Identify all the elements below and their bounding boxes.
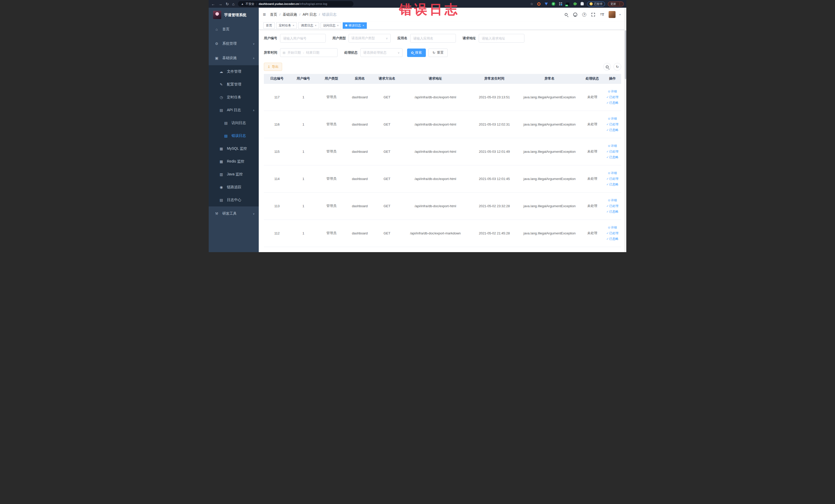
page-scrollbar[interactable] <box>624 8 626 252</box>
github-icon[interactable] <box>573 12 578 17</box>
user-avatar[interactable] <box>609 11 615 18</box>
sidebar-item-error-logs[interactable]: ▤ 错误日志 <box>209 129 259 142</box>
search-button[interactable]: 搜索 <box>407 48 426 57</box>
process-status-select[interactable]: 请选择处理状态 ∨ <box>360 48 403 57</box>
app-logo-row[interactable]: 芋道管理系统 <box>209 8 259 22</box>
address-separator: | <box>256 2 257 5</box>
sidebar-item-log-center[interactable]: ▤ 日志中心 <box>209 194 259 206</box>
tag-scheduled-tasks[interactable]: 定时任务 × <box>276 22 297 29</box>
breadcrumb-infrastructure[interactable]: 基础设施 <box>283 12 297 17</box>
close-icon[interactable]: × <box>315 24 316 27</box>
browser-reload-icon[interactable]: ↻ <box>226 2 229 6</box>
font-size-icon[interactable]: TT <box>599 12 605 17</box>
sidebar-item-java-monitor[interactable]: ▥ Java 监控 <box>209 168 259 181</box>
paused-extension-badge[interactable]: 已暂停 <box>587 2 605 6</box>
cell-app-name: dashboard <box>346 138 373 165</box>
export-button[interactable]: ⇩ 导出 <box>264 63 282 71</box>
close-icon[interactable]: × <box>292 24 294 27</box>
browser-forward-icon[interactable]: → <box>219 2 222 6</box>
refresh-table-button[interactable]: ↻ <box>613 63 621 70</box>
mark-processed-link[interactable]: ✓已处理 <box>605 176 620 182</box>
sidebar-item-api-logs[interactable]: ▤ API 日志 ∧ <box>209 104 259 117</box>
fullscreen-icon[interactable] <box>591 12 596 17</box>
browser-back-icon[interactable]: ← <box>211 2 215 6</box>
mark-ignored-link[interactable]: ✓已忽略 <box>605 209 620 215</box>
mark-processed-link[interactable]: ✓已处理 <box>605 203 620 209</box>
mark-ignored-link[interactable]: ✓已忽略 <box>605 127 620 133</box>
sidebar-item-scheduled-tasks[interactable]: ◷ 定时任务 <box>209 91 259 104</box>
sidebar-item-redis-monitor[interactable]: ▩ Redis 监控 <box>209 155 259 168</box>
search-icon[interactable] <box>564 12 569 17</box>
mark-ignored-link[interactable]: ✓已忽略 <box>605 236 620 242</box>
user-type-select[interactable]: 请选择用户类型 ∨ <box>349 34 391 43</box>
help-icon[interactable]: ? <box>582 12 587 17</box>
tag-home[interactable]: 首页 <box>263 22 274 29</box>
cell-log-id: 115 <box>264 138 290 165</box>
browser-home-icon[interactable]: ⌂ <box>232 2 235 6</box>
mark-processed-link[interactable]: ✓已处理 <box>605 230 620 236</box>
user-id-input[interactable] <box>280 34 326 43</box>
sidebar-item-config-management[interactable]: ✎ 配置管理 <box>209 78 259 91</box>
mark-ignored-link[interactable]: ✓已忽略 <box>605 154 620 160</box>
table-header-row: 日志编号 用户编号 用户类型 应用名 请求方法名 请求地址 异常发生时间 异常名… <box>264 74 621 83</box>
url-host: dashboard.yudao.iocoder.cn <box>259 2 299 5</box>
browser-update-badge[interactable]: 更新 ⋮ <box>608 2 624 6</box>
sidebar-item-label: API 日志 <box>227 108 241 113</box>
request-url-input[interactable] <box>479 34 524 43</box>
toggle-search-button[interactable] <box>603 63 611 70</box>
col-log-id: 日志编号 <box>264 74 290 83</box>
mark-processed-link[interactable]: ✓已处理 <box>605 94 620 100</box>
address-bar[interactable]: ▲ 不安全 | dashboard.yudao.iocoder.cn/infra… <box>238 1 353 7</box>
browser-menu-icon[interactable]: ⋮ <box>618 2 621 6</box>
detail-link[interactable]: ⊙详细 <box>605 116 620 121</box>
mark-processed-link[interactable]: ✓已处理 <box>605 149 620 154</box>
table-row: 112 1 管理员 dashboard GET /api/infra/db-do… <box>264 220 621 247</box>
detail-link[interactable]: ⊙详细 <box>605 170 620 176</box>
reset-button[interactable]: ↻ 重置 <box>428 48 448 57</box>
mark-ignored-link[interactable]: ✓已忽略 <box>605 100 620 105</box>
cell-request-url: /api/infra/db-doc/export-html <box>401 110 470 138</box>
sidebar-item-link-tracing[interactable]: ◉ 链路追踪 <box>209 181 259 194</box>
app-name-input[interactable] <box>410 34 456 43</box>
extension-puzzle-icon[interactable] <box>580 2 584 6</box>
sidebar-item-infrastructure[interactable]: ▣ 基础设施 ∧ <box>209 51 259 65</box>
cell-request-url: /api/infra/db-doc/export-html <box>401 83 470 110</box>
cell-operations: ⊙详细 ✓已处理 ✓已忽略 <box>604 110 621 138</box>
extension-grid-icon[interactable] <box>558 2 563 6</box>
sidebar-fold-icon[interactable]: ≡ <box>263 12 266 18</box>
bookmark-star-icon[interactable]: ☆ <box>530 2 534 6</box>
extension-blue-shield-icon[interactable] <box>544 2 548 6</box>
detail-link[interactable]: ⊙详细 <box>605 225 620 230</box>
extension-sprout-icon[interactable] <box>573 2 577 6</box>
sidebar-item-mysql-monitor[interactable]: ▦ MySQL 监控 <box>209 142 259 155</box>
tag-error-logs[interactable]: 错误日志 × <box>343 22 367 29</box>
close-icon[interactable]: × <box>363 24 364 27</box>
exception-time-range-picker[interactable]: ⊞ 开始日期 - 结束日期 <box>280 48 338 57</box>
tag-label: 定时任务 <box>279 23 291 28</box>
extension-orange-ring-icon[interactable] <box>537 2 541 6</box>
close-icon[interactable]: × <box>337 24 339 27</box>
cell-request-url: /api/infra/db-doc/export-html <box>401 138 470 165</box>
scrollbar-thumb[interactable] <box>625 30 626 79</box>
sidebar-item-system-management[interactable]: ⚙ 系统管理 ∨ <box>209 37 259 51</box>
sidebar-item-dev-tools[interactable]: ⚒ 研发工具 ∨ <box>209 206 259 221</box>
col-user-type: 用户类型 <box>317 74 346 83</box>
detail-link[interactable]: ⊙详细 <box>605 88 620 94</box>
avatar-dropdown-caret-icon[interactable]: ▾ <box>619 13 621 16</box>
tag-access-logs[interactable]: 访问日志 × <box>321 22 341 29</box>
sidebar-item-access-logs[interactable]: ▤ 访问日志 <box>209 117 259 129</box>
detail-link[interactable]: ⊙详细 <box>605 198 620 203</box>
extension-green-v-icon[interactable]: V <box>551 2 555 6</box>
extension-switch-icon[interactable]: on <box>566 2 570 6</box>
mark-ignored-link[interactable]: ✓已忽略 <box>605 182 620 187</box>
sidebar-item-home[interactable]: ⌂ 首页 <box>209 22 259 37</box>
detail-link[interactable]: ⊙详细 <box>605 143 620 149</box>
cell-operations: ⊙详细 ✓已处理 ✓已忽略 <box>604 165 621 192</box>
breadcrumb-home[interactable]: 首页 <box>270 12 277 17</box>
view-icon: ⊙ <box>608 117 610 120</box>
browser-chrome: ← → ↻ ⌂ ▲ 不安全 | dashboard.yudao.iocoder.… <box>209 0 626 8</box>
tag-dispatch-logs[interactable]: 调度日志 × <box>298 22 319 29</box>
sidebar-item-file-management[interactable]: ☁ 文件管理 <box>209 65 259 78</box>
breadcrumb-api-logs[interactable]: API 日志 <box>303 12 317 17</box>
mark-processed-link[interactable]: ✓已处理 <box>605 121 620 127</box>
